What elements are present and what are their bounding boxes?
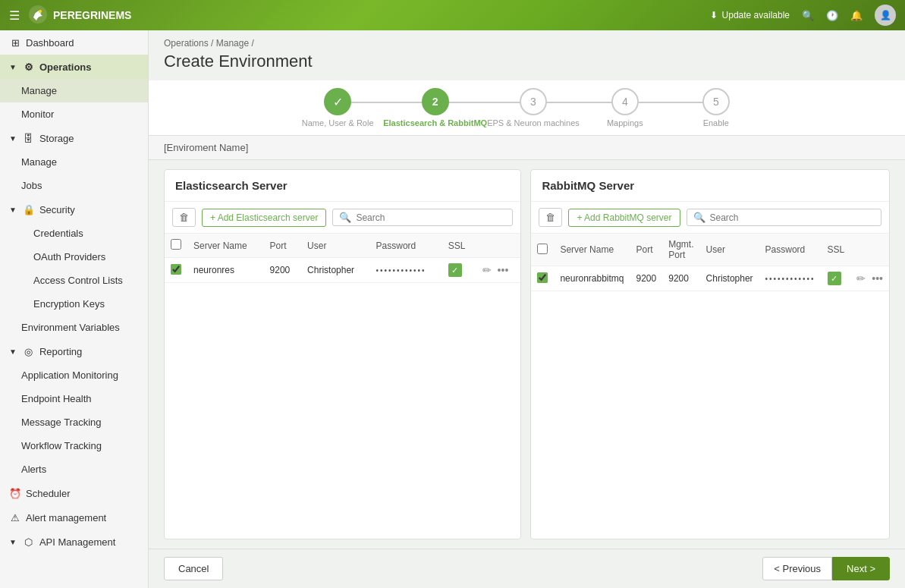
cancel-button[interactable]: Cancel [164, 557, 223, 580]
rabbitmq-search-box[interactable]: 🔍 [687, 209, 882, 226]
server-name-rmq-1: neuronrabbitmq [554, 266, 630, 291]
wizard-step-1[interactable]: ✓ Name, User & Role [292, 88, 383, 127]
avatar[interactable]: 👤 [875, 5, 896, 26]
elasticsearch-toolbar: 🗑 + Add Elasticsearch server 🔍 [165, 202, 520, 234]
topbar: ☰ PEREGRINEMS ⬇ Update available 🔍 🕐 🔔 👤 [0, 0, 905, 30]
elasticsearch-search-input[interactable] [356, 212, 506, 223]
sidebar-item-alerts[interactable]: Alerts [0, 458, 148, 481]
step-circle-4: 4 [611, 88, 639, 115]
search-icon[interactable]: 🔍 [802, 10, 814, 21]
bottom-bar: Cancel < Previous Next > [149, 549, 905, 588]
row-checkbox-rmq-1[interactable] [537, 272, 548, 283]
step-label-3: EPS & Neuron machines [487, 118, 580, 127]
sidebar-item-reporting[interactable]: ▼ ◎ Reporting [0, 339, 148, 363]
actions-es-1: ✏ ••• [476, 258, 521, 283]
sidebar-item-dashboard[interactable]: ⊞ Dashboard [0, 30, 148, 55]
sidebar-item-scheduler[interactable]: ⏰ Scheduler [0, 481, 148, 505]
wizard-steps: ✓ Name, User & Role 2 Elasticsearch & Ra… [149, 80, 905, 136]
sidebar-item-credentials[interactable]: Credentials [0, 222, 148, 245]
env-name-text: [Enviroment Name] [164, 142, 248, 153]
step-circle-1: ✓ [324, 88, 351, 115]
more-icon-es-1[interactable]: ••• [498, 264, 509, 276]
table-row: neuronres 9200 Christopher •••••••••••• [165, 258, 520, 283]
nav-buttons: < Previous Next > [762, 557, 890, 580]
sidebar-item-message-tracking[interactable]: Message Tracking [0, 410, 148, 434]
col-header-check-rmq [531, 234, 554, 266]
breadcrumb-manage[interactable]: Manage [216, 38, 249, 49]
rabbitmq-toolbar: 🗑 + Add RabbitMQ server 🔍 [531, 202, 889, 234]
wizard-step-5[interactable]: 5 Enable [671, 88, 762, 127]
sidebar-item-api-management[interactable]: ▼ ⬡ API Management [0, 530, 148, 554]
rabbitmq-search-input[interactable] [710, 212, 875, 223]
col-header-port-es: Port [264, 234, 302, 258]
edit-icon-es-1[interactable]: ✏ [482, 264, 492, 276]
storage-icon: 🗄 [23, 132, 35, 144]
sidebar-item-manage[interactable]: Manage [0, 79, 148, 102]
sidebar-item-oauth[interactable]: OAuth Providers [0, 245, 148, 269]
user-es-1: Christopher [301, 258, 370, 283]
step-circle-5: 5 [702, 88, 730, 115]
breadcrumb: Operations / Manage / [149, 30, 905, 52]
elasticsearch-add-button[interactable]: + Add Elasticsearch server [202, 209, 326, 227]
history-icon[interactable]: 🕐 [826, 10, 838, 21]
more-icon-rmq-1[interactable]: ••• [872, 272, 883, 285]
api-icon: ⬡ [23, 536, 35, 548]
breadcrumb-operations[interactable]: Operations [164, 38, 209, 49]
col-header-server-name-rmq: Server Name [554, 234, 630, 266]
sidebar-item-env-variables[interactable]: Environment Variables [0, 316, 148, 339]
step-label-4: Mappings [607, 118, 643, 127]
row-check-rmq [531, 266, 554, 291]
actions-rmq-1: ✏ ••• [850, 266, 889, 291]
reporting-caret-icon: ▼ [9, 347, 17, 356]
topbar-right: ⬇ Update available 🔍 🕐 🔔 👤 [710, 5, 896, 26]
download-icon: ⬇ [710, 10, 718, 20]
reporting-icon: ◎ [23, 345, 35, 357]
ssl-es-1 [442, 258, 476, 283]
bell-icon[interactable]: 🔔 [850, 10, 863, 21]
sidebar-item-workflow-tracking[interactable]: Workflow Tracking [0, 434, 148, 458]
sidebar-item-jobs[interactable]: Jobs [0, 174, 148, 197]
wizard-step-4[interactable]: 4 Mappings [580, 88, 671, 127]
action-icons-es-1: ✏ ••• [482, 264, 515, 276]
operations-caret-icon: ▼ [9, 63, 17, 71]
hamburger-icon[interactable]: ☰ [9, 8, 20, 23]
col-header-mgmt-port-rmq: Mgmt. Port [662, 234, 699, 266]
col-header-password-es: Password [370, 234, 442, 258]
elasticsearch-select-all[interactable] [171, 239, 181, 250]
col-header-ssl-rmq: SSL [822, 234, 851, 266]
sidebar-item-acl[interactable]: Access Control Lists [0, 269, 148, 292]
wizard-step-2[interactable]: 2 Elasticsearch & RabbitMQ [383, 88, 487, 127]
table-row: neuronrabbitmq 9200 9200 Christopher •••… [531, 266, 889, 291]
app-name: PEREGRINEMS [53, 9, 131, 21]
sidebar-item-storage-manage[interactable]: Manage [0, 150, 148, 174]
wizard-step-3[interactable]: 3 EPS & Neuron machines [487, 88, 580, 127]
row-checkbox-es-1[interactable] [171, 264, 181, 275]
rabbitmq-select-all[interactable] [537, 244, 548, 254]
rabbitmq-add-button[interactable]: + Add RabbitMQ server [568, 209, 680, 227]
sidebar-item-operations[interactable]: ▼ ⚙ Operations [0, 55, 148, 79]
port-es-1: 9200 [264, 258, 302, 283]
sidebar-item-endpoint-health[interactable]: Endpoint Health [0, 387, 148, 410]
next-button[interactable]: Next > [832, 557, 890, 580]
sidebar-item-monitor[interactable]: Monitor [0, 102, 148, 126]
sidebar-item-storage[interactable]: ▼ 🗄 Storage [0, 126, 148, 150]
elasticsearch-panel-header: Elasticsearch Server [165, 170, 520, 202]
sidebar-item-app-monitoring[interactable]: Application Monitoring [0, 363, 148, 387]
update-available[interactable]: ⬇ Update available [710, 10, 790, 20]
col-header-password-rmq: Password [759, 234, 822, 266]
sidebar-item-alert-management[interactable]: ⚠ Alert management [0, 505, 148, 530]
dashboard-icon: ⊞ [9, 36, 21, 49]
server-name-es-1: neuronres [187, 258, 264, 283]
ssl-check-es-1 [448, 263, 462, 277]
action-icons-rmq-1: ✏ ••• [856, 272, 883, 285]
step-circle-2: 2 [422, 88, 449, 115]
sidebar-item-encryption[interactable]: Encryption Keys [0, 292, 148, 316]
edit-icon-rmq-1[interactable]: ✏ [856, 272, 866, 285]
elasticsearch-delete-button[interactable]: 🗑 [172, 208, 196, 227]
sidebar-item-security[interactable]: ▼ 🔒 Security [0, 197, 148, 222]
elasticsearch-search-box[interactable]: 🔍 [332, 209, 513, 226]
previous-button[interactable]: < Previous [762, 557, 832, 580]
rabbitmq-delete-button[interactable]: 🗑 [539, 208, 562, 227]
content-area: Operations / Manage / Create Environment… [149, 30, 905, 588]
col-header-user-rmq: User [700, 234, 759, 266]
